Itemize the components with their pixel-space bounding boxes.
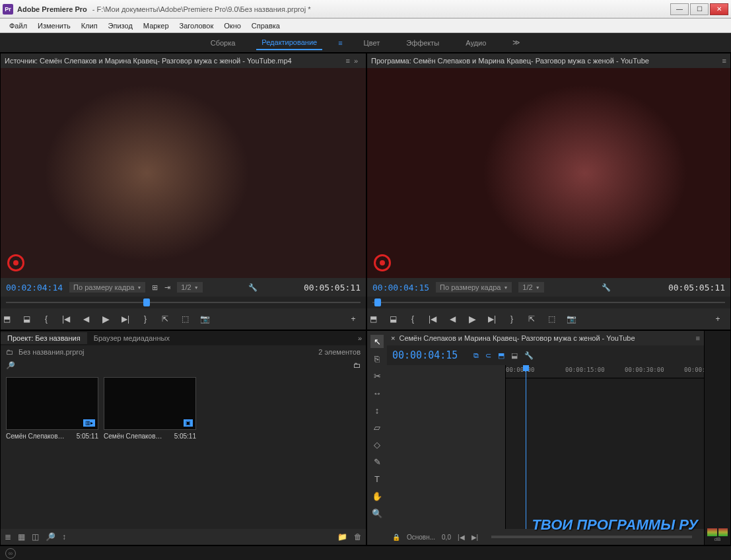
playhead[interactable]	[526, 365, 526, 529]
marker-icon[interactable]: ⇥	[164, 283, 170, 292]
add-button[interactable]: +	[347, 313, 359, 325]
menu-справка[interactable]: Справка	[246, 20, 285, 31]
transport-btn-9[interactable]: ⬚	[545, 313, 557, 325]
menu-файл[interactable]: Файл	[4, 20, 32, 31]
footer-value[interactable]: 0,0	[442, 534, 451, 541]
transport-btn-0[interactable]: ⬒	[367, 313, 379, 325]
menu-окно[interactable]: Окно	[219, 20, 246, 31]
menu-изменить[interactable]: Изменить	[32, 20, 76, 31]
panel-menu-icon[interactable]: ≡	[696, 334, 700, 342]
bin-thumbnail[interactable]: ▥▸	[6, 377, 98, 430]
source-timecode-in[interactable]: 00:02:04:14	[6, 283, 63, 293]
menu-клип[interactable]: Клип	[76, 20, 103, 31]
menu-эпизод[interactable]: Эпизод	[103, 20, 138, 31]
menu-заголовок[interactable]: Заголовок	[174, 20, 219, 31]
timeline-timecode[interactable]: 00:00:04:15	[392, 349, 458, 361]
snap-icon[interactable]: ⧉	[473, 351, 479, 360]
project-action-icon[interactable]: 📁	[337, 532, 347, 542]
tool-6[interactable]: ◇	[370, 438, 384, 451]
tool-10[interactable]: 🔍	[370, 507, 384, 520]
creative-cloud-icon[interactable]: ∞	[5, 548, 16, 559]
transport-btn-8[interactable]: ⇱	[526, 313, 538, 325]
transport-btn-1[interactable]: ⬓	[20, 313, 32, 325]
transport-btn-3[interactable]: |◀	[427, 313, 438, 325]
workspace-tab[interactable]: Редактирование	[256, 36, 322, 50]
bin-icon[interactable]: 🗀	[6, 348, 13, 356]
transport-btn-4[interactable]: ◀	[80, 313, 92, 325]
view-mode-icon[interactable]: ≣	[5, 532, 11, 542]
zoom-slider[interactable]	[491, 536, 692, 538]
tool-2[interactable]: ✂	[370, 369, 384, 382]
tool-5[interactable]: ▱	[370, 421, 384, 434]
tool-1[interactable]: ⎘	[370, 352, 384, 365]
transport-btn-2[interactable]: {	[40, 313, 52, 325]
transport-btn-0[interactable]: ⬒	[1, 313, 13, 325]
tool-9[interactable]: ✋	[370, 489, 384, 503]
settings-icon[interactable]: ⬓	[511, 351, 518, 360]
wrench-icon[interactable]: 🔧	[602, 283, 611, 292]
bin-thumbnail[interactable]: ▣	[104, 377, 196, 430]
tool-4[interactable]: ↕	[370, 403, 384, 417]
tab-overflow-icon[interactable]: »	[350, 57, 362, 65]
menu-маркер[interactable]: Маркер	[138, 20, 174, 31]
project-action-icon[interactable]: 🗑	[354, 532, 362, 542]
tool-0[interactable]: ↖	[370, 335, 384, 348]
panel-menu-icon[interactable]: ≡	[722, 57, 726, 65]
transport-btn-7[interactable]: }	[506, 313, 518, 325]
marker-icon[interactable]: ⬒	[498, 351, 505, 360]
track-content[interactable]: 00:00:0000:00:15:0000:00:30:0000:00:45:0…	[506, 365, 704, 529]
workspace-more-icon[interactable]: ≫	[507, 36, 526, 50]
zoom-dropdown[interactable]: 1/2	[177, 282, 202, 293]
transport-btn-6[interactable]: ▶|	[486, 313, 498, 325]
view-mode-icon[interactable]: ◫	[32, 532, 39, 542]
program-timecode-in[interactable]: 00:00:04:15	[372, 283, 429, 293]
tool-8[interactable]: T	[370, 472, 384, 485]
zoom-dropdown[interactable]: 1/2	[518, 282, 543, 293]
lock-icon[interactable]: 🔒	[392, 534, 400, 541]
transport-btn-10[interactable]: 📷	[199, 313, 211, 325]
timeline-ruler[interactable]: 00:00:0000:00:15:0000:00:30:0000:00:45:0…	[506, 365, 704, 378]
view-mode-icon[interactable]: 🔎	[46, 532, 55, 542]
transport-btn-1[interactable]: ⬓	[387, 313, 399, 325]
transport-btn-5[interactable]: ▶	[100, 313, 112, 325]
maximize-button[interactable]: ☐	[690, 3, 709, 15]
tab-overflow-icon[interactable]: »	[354, 334, 366, 342]
transport-btn-10[interactable]: 📷	[565, 313, 577, 325]
bin-item[interactable]: ▣Семён Слепаков и...5:05:11	[104, 377, 196, 442]
nav-next-icon[interactable]: ▶|	[471, 534, 479, 541]
transport-btn-3[interactable]: |◀	[60, 313, 72, 325]
view-mode-icon[interactable]: ▦	[18, 532, 25, 542]
wrench-icon[interactable]: 🔧	[248, 283, 258, 292]
program-scrubber[interactable]	[367, 297, 730, 308]
transport-btn-5[interactable]: ▶	[466, 313, 478, 325]
source-video[interactable]	[1, 68, 366, 278]
tool-3[interactable]: ↔	[370, 386, 384, 400]
minimize-button[interactable]: —	[670, 3, 689, 15]
transport-btn-9[interactable]: ⬚	[179, 313, 191, 325]
transport-btn-4[interactable]: ◀	[446, 313, 458, 325]
view-mode-icon[interactable]: ↕	[62, 532, 66, 542]
search-icon[interactable]: 🔎	[6, 361, 15, 370]
panel-tab[interactable]: Проект: Без названия	[1, 332, 87, 344]
link-icon[interactable]: ⊂	[485, 351, 491, 360]
scrubber-handle[interactable]	[143, 298, 150, 306]
wrench-icon[interactable]: 🔧	[524, 351, 534, 360]
close-button[interactable]: ✕	[710, 3, 728, 15]
panel-tab[interactable]: Браузер медиаданных	[87, 332, 176, 344]
bin-item[interactable]: ▥▸Семён Слепаков и...5:05:11	[6, 377, 98, 442]
workspace-tab[interactable]: Аудио	[460, 36, 491, 50]
workspace-tab[interactable]: Эффекты	[401, 36, 444, 50]
close-sequence-icon[interactable]: ×	[391, 334, 395, 342]
source-scrubber[interactable]	[1, 297, 366, 308]
transport-btn-8[interactable]: ⇱	[159, 313, 171, 325]
workspace-tab[interactable]: Цвет	[359, 36, 386, 50]
tool-7[interactable]: ✎	[370, 455, 384, 468]
program-video[interactable]	[367, 68, 730, 278]
transport-btn-2[interactable]: {	[407, 313, 419, 325]
workspace-tab[interactable]: Сборка	[205, 36, 241, 50]
transport-btn-6[interactable]: ▶|	[120, 313, 131, 325]
workspace-menu-icon[interactable]: ≡	[338, 39, 342, 47]
grid-icon[interactable]: ⊞	[152, 283, 158, 292]
scrubber-handle[interactable]	[374, 298, 381, 306]
fit-dropdown[interactable]: По размеру кадра	[69, 282, 145, 293]
